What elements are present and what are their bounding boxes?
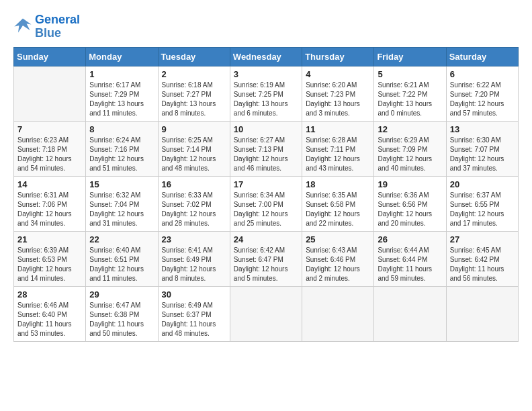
day-number: 8 bbox=[89, 124, 154, 134]
calendar-cell: 11Sunrise: 6:28 AM Sunset: 7:11 PM Dayli… bbox=[302, 121, 374, 176]
col-header-sunday: Sunday bbox=[14, 47, 86, 66]
day-number: 28 bbox=[17, 289, 82, 300]
day-info: Sunrise: 6:17 AM Sunset: 7:29 PM Dayligh… bbox=[89, 81, 154, 118]
calendar-cell bbox=[374, 286, 446, 341]
day-info: Sunrise: 6:45 AM Sunset: 6:42 PM Dayligh… bbox=[450, 246, 515, 283]
day-info: Sunrise: 6:23 AM Sunset: 7:18 PM Dayligh… bbox=[17, 136, 82, 173]
day-info: Sunrise: 6:46 AM Sunset: 6:40 PM Dayligh… bbox=[17, 301, 82, 338]
day-number: 2 bbox=[162, 69, 226, 79]
day-info: Sunrise: 6:49 AM Sunset: 6:37 PM Dayligh… bbox=[162, 301, 226, 338]
calendar-week-row: 28Sunrise: 6:46 AM Sunset: 6:40 PM Dayli… bbox=[14, 286, 519, 341]
calendar-cell: 4Sunrise: 6:20 AM Sunset: 7:23 PM Daylig… bbox=[302, 66, 374, 121]
day-number: 3 bbox=[234, 69, 298, 79]
day-info: Sunrise: 6:37 AM Sunset: 6:55 PM Dayligh… bbox=[450, 191, 515, 228]
day-number: 17 bbox=[234, 179, 298, 189]
calendar-cell bbox=[302, 286, 374, 341]
day-number: 24 bbox=[234, 234, 298, 244]
calendar-cell: 20Sunrise: 6:37 AM Sunset: 6:55 PM Dayli… bbox=[446, 176, 518, 231]
calendar-cell bbox=[446, 286, 518, 341]
day-number: 10 bbox=[234, 124, 298, 134]
calendar-cell: 8Sunrise: 6:24 AM Sunset: 7:16 PM Daylig… bbox=[86, 121, 158, 176]
day-info: Sunrise: 6:39 AM Sunset: 6:53 PM Dayligh… bbox=[17, 246, 82, 283]
col-header-saturday: Saturday bbox=[446, 47, 518, 66]
day-number: 21 bbox=[17, 234, 82, 244]
day-info: Sunrise: 6:30 AM Sunset: 7:07 PM Dayligh… bbox=[450, 136, 515, 173]
day-number: 15 bbox=[89, 179, 154, 189]
calendar-cell: 26Sunrise: 6:44 AM Sunset: 6:44 PM Dayli… bbox=[374, 231, 446, 286]
col-header-thursday: Thursday bbox=[302, 47, 374, 66]
day-info: Sunrise: 6:34 AM Sunset: 7:00 PM Dayligh… bbox=[234, 191, 298, 228]
calendar-cell bbox=[14, 66, 86, 121]
logo-text: General Blue bbox=[35, 13, 80, 40]
calendar-cell: 27Sunrise: 6:45 AM Sunset: 6:42 PM Dayli… bbox=[446, 231, 518, 286]
calendar-cell: 10Sunrise: 6:27 AM Sunset: 7:13 PM Dayli… bbox=[230, 121, 302, 176]
calendar-cell: 13Sunrise: 6:30 AM Sunset: 7:07 PM Dayli… bbox=[446, 121, 518, 176]
svg-marker-0 bbox=[14, 18, 31, 32]
day-number: 6 bbox=[450, 69, 515, 79]
calendar-cell: 3Sunrise: 6:19 AM Sunset: 7:25 PM Daylig… bbox=[230, 66, 302, 121]
calendar-cell: 12Sunrise: 6:29 AM Sunset: 7:09 PM Dayli… bbox=[374, 121, 446, 176]
calendar-cell: 22Sunrise: 6:40 AM Sunset: 6:51 PM Dayli… bbox=[86, 231, 158, 286]
calendar-cell: 16Sunrise: 6:33 AM Sunset: 7:02 PM Dayli… bbox=[158, 176, 230, 231]
day-info: Sunrise: 6:20 AM Sunset: 7:23 PM Dayligh… bbox=[306, 81, 370, 118]
day-info: Sunrise: 6:28 AM Sunset: 7:11 PM Dayligh… bbox=[306, 136, 370, 173]
calendar-cell: 2Sunrise: 6:18 AM Sunset: 7:27 PM Daylig… bbox=[158, 66, 230, 121]
calendar-header-row: SundayMondayTuesdayWednesdayThursdayFrid… bbox=[14, 47, 519, 66]
calendar-cell bbox=[230, 286, 302, 341]
day-number: 12 bbox=[378, 124, 442, 134]
calendar-cell: 15Sunrise: 6:32 AM Sunset: 7:04 PM Dayli… bbox=[86, 176, 158, 231]
day-number: 7 bbox=[17, 124, 82, 134]
day-info: Sunrise: 6:35 AM Sunset: 6:58 PM Dayligh… bbox=[306, 191, 370, 228]
calendar-cell: 7Sunrise: 6:23 AM Sunset: 7:18 PM Daylig… bbox=[14, 121, 86, 176]
day-info: Sunrise: 6:21 AM Sunset: 7:22 PM Dayligh… bbox=[378, 81, 442, 118]
calendar-cell: 6Sunrise: 6:22 AM Sunset: 7:20 PM Daylig… bbox=[446, 66, 518, 121]
calendar-cell: 1Sunrise: 6:17 AM Sunset: 7:29 PM Daylig… bbox=[86, 66, 158, 121]
calendar-table: SundayMondayTuesdayWednesdayThursdayFrid… bbox=[13, 47, 519, 342]
day-info: Sunrise: 6:22 AM Sunset: 7:20 PM Dayligh… bbox=[450, 81, 515, 118]
day-info: Sunrise: 6:36 AM Sunset: 6:56 PM Dayligh… bbox=[378, 191, 442, 228]
day-number: 14 bbox=[17, 179, 82, 189]
calendar-cell: 17Sunrise: 6:34 AM Sunset: 7:00 PM Dayli… bbox=[230, 176, 302, 231]
day-info: Sunrise: 6:47 AM Sunset: 6:38 PM Dayligh… bbox=[89, 301, 154, 338]
page-header: General Blue bbox=[13, 13, 519, 40]
day-info: Sunrise: 6:33 AM Sunset: 7:02 PM Dayligh… bbox=[162, 191, 226, 228]
day-number: 20 bbox=[450, 179, 515, 189]
day-number: 18 bbox=[306, 179, 370, 189]
calendar-cell: 9Sunrise: 6:25 AM Sunset: 7:14 PM Daylig… bbox=[158, 121, 230, 176]
calendar-week-row: 21Sunrise: 6:39 AM Sunset: 6:53 PM Dayli… bbox=[14, 231, 519, 286]
calendar-cell: 29Sunrise: 6:47 AM Sunset: 6:38 PM Dayli… bbox=[86, 286, 158, 341]
calendar-cell: 24Sunrise: 6:42 AM Sunset: 6:47 PM Dayli… bbox=[230, 231, 302, 286]
logo-bird-icon bbox=[13, 16, 32, 35]
calendar-cell: 18Sunrise: 6:35 AM Sunset: 6:58 PM Dayli… bbox=[302, 176, 374, 231]
day-info: Sunrise: 6:32 AM Sunset: 7:04 PM Dayligh… bbox=[89, 191, 154, 228]
day-info: Sunrise: 6:41 AM Sunset: 6:49 PM Dayligh… bbox=[162, 246, 226, 283]
day-info: Sunrise: 6:44 AM Sunset: 6:44 PM Dayligh… bbox=[378, 246, 442, 283]
col-header-monday: Monday bbox=[86, 47, 158, 66]
calendar-cell: 25Sunrise: 6:43 AM Sunset: 6:46 PM Dayli… bbox=[302, 231, 374, 286]
day-number: 1 bbox=[89, 69, 154, 79]
day-info: Sunrise: 6:40 AM Sunset: 6:51 PM Dayligh… bbox=[89, 246, 154, 283]
day-info: Sunrise: 6:25 AM Sunset: 7:14 PM Dayligh… bbox=[162, 136, 226, 173]
day-number: 11 bbox=[306, 124, 370, 134]
calendar-cell: 21Sunrise: 6:39 AM Sunset: 6:53 PM Dayli… bbox=[14, 231, 86, 286]
calendar-week-row: 7Sunrise: 6:23 AM Sunset: 7:18 PM Daylig… bbox=[14, 121, 519, 176]
col-header-wednesday: Wednesday bbox=[230, 47, 302, 66]
day-number: 16 bbox=[162, 179, 226, 189]
day-info: Sunrise: 6:29 AM Sunset: 7:09 PM Dayligh… bbox=[378, 136, 442, 173]
day-number: 5 bbox=[378, 69, 442, 79]
col-header-friday: Friday bbox=[374, 47, 446, 66]
day-info: Sunrise: 6:27 AM Sunset: 7:13 PM Dayligh… bbox=[234, 136, 298, 173]
day-number: 19 bbox=[378, 179, 442, 189]
day-number: 26 bbox=[378, 234, 442, 244]
day-number: 4 bbox=[306, 69, 370, 79]
col-header-tuesday: Tuesday bbox=[158, 47, 230, 66]
day-number: 25 bbox=[306, 234, 370, 244]
day-number: 23 bbox=[162, 234, 226, 244]
day-info: Sunrise: 6:42 AM Sunset: 6:47 PM Dayligh… bbox=[234, 246, 298, 283]
day-number: 30 bbox=[162, 289, 226, 300]
calendar-week-row: 14Sunrise: 6:31 AM Sunset: 7:06 PM Dayli… bbox=[14, 176, 519, 231]
day-info: Sunrise: 6:43 AM Sunset: 6:46 PM Dayligh… bbox=[306, 246, 370, 283]
calendar-cell: 19Sunrise: 6:36 AM Sunset: 6:56 PM Dayli… bbox=[374, 176, 446, 231]
calendar-cell: 5Sunrise: 6:21 AM Sunset: 7:22 PM Daylig… bbox=[374, 66, 446, 121]
calendar-cell: 14Sunrise: 6:31 AM Sunset: 7:06 PM Dayli… bbox=[14, 176, 86, 231]
